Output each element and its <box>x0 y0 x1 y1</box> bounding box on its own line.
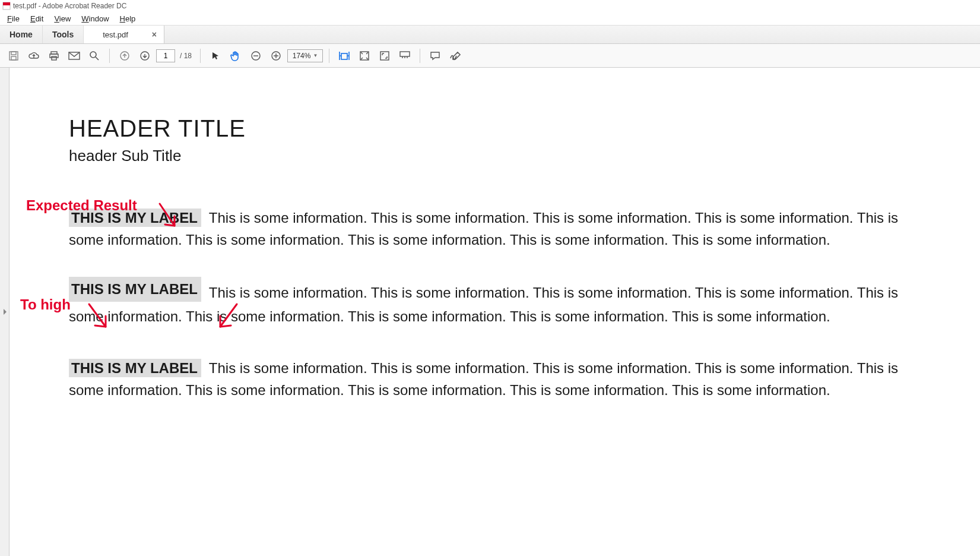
selection-arrow-icon[interactable] <box>207 47 224 65</box>
page-down-icon[interactable] <box>136 47 154 65</box>
menu-edit[interactable]: Edit <box>26 13 48 24</box>
pdf-page: Expected Result To high HEADER TITLE hea… <box>9 68 980 556</box>
svg-rect-7 <box>52 56 56 60</box>
svg-rect-4 <box>11 56 16 60</box>
fit-width-icon[interactable] <box>335 47 353 65</box>
svg-rect-3 <box>11 52 16 55</box>
tab-document[interactable]: test.pdf × <box>84 26 164 43</box>
arrow-icon <box>157 201 180 230</box>
doc-paragraph: THIS IS MY LABEL This is some informatio… <box>69 280 921 327</box>
document-body: HEADER TITLE header Sub Title THIS IS MY… <box>9 115 980 401</box>
doc-paragraph: THIS IS MY LABEL This is some informatio… <box>69 207 921 251</box>
svg-rect-14 <box>341 53 347 59</box>
svg-rect-16 <box>380 52 389 60</box>
svg-rect-1 <box>3 2 10 5</box>
arrow-icon <box>214 301 240 331</box>
menu-help[interactable]: Help <box>115 13 141 24</box>
page-up-icon[interactable] <box>116 47 134 65</box>
sign-icon[interactable] <box>446 47 464 65</box>
tab-home[interactable]: Home <box>0 26 43 43</box>
workspace: Expected Result To high HEADER TITLE hea… <box>0 68 980 556</box>
doc-label: THIS IS MY LABEL <box>69 277 201 301</box>
zoom-out-icon[interactable] <box>247 47 265 65</box>
read-mode-icon[interactable] <box>396 47 414 65</box>
search-icon[interactable] <box>85 47 103 65</box>
tab-close-icon[interactable]: × <box>152 30 157 39</box>
doc-paragraph: THIS IS MY LABEL This is some informatio… <box>69 357 921 401</box>
doc-label: THIS IS MY LABEL <box>69 359 201 377</box>
toolbar-separator <box>329 49 329 63</box>
svg-rect-17 <box>400 52 410 56</box>
fit-page-icon[interactable] <box>356 47 373 65</box>
save-icon[interactable] <box>5 47 23 65</box>
annotation-expected: Expected Result <box>26 197 137 214</box>
svg-rect-6 <box>50 54 58 58</box>
zoom-in-icon[interactable] <box>267 47 285 65</box>
zoom-level-label: 174% <box>293 52 311 60</box>
svg-point-9 <box>90 52 96 58</box>
tab-strip: Home Tools test.pdf × <box>0 25 980 44</box>
menu-bar: File Edit View Window Help <box>0 12 980 25</box>
tab-document-label: test.pdf <box>103 30 128 39</box>
window-title: test.pdf - Adobe Acrobat Reader DC <box>13 2 126 10</box>
window-titlebar: test.pdf - Adobe Acrobat Reader DC <box>0 0 980 12</box>
annotation-too-high: To high <box>20 296 71 313</box>
page-viewport[interactable]: Expected Result To high HEADER TITLE hea… <box>9 68 980 556</box>
zoom-level-select[interactable]: 174% ▼ <box>287 49 323 62</box>
menu-window[interactable]: Window <box>77 13 113 24</box>
cloud-icon[interactable] <box>25 47 43 65</box>
svg-rect-2 <box>9 52 18 60</box>
menu-view[interactable]: View <box>49 13 75 24</box>
page-number-input[interactable] <box>156 49 175 62</box>
doc-header-title: HEADER TITLE <box>69 115 921 142</box>
doc-header-subtitle: header Sub Title <box>69 147 921 165</box>
tab-tools[interactable]: Tools <box>43 26 84 43</box>
toolbar: / 18 174% ▼ <box>0 44 980 68</box>
toolbar-separator <box>200 49 201 63</box>
hand-tool-icon[interactable] <box>227 47 245 65</box>
toolbar-separator <box>420 49 420 63</box>
comment-icon[interactable] <box>426 47 444 65</box>
page-total-label: / 18 <box>177 52 194 60</box>
print-icon[interactable] <box>45 47 63 65</box>
arrow-icon <box>85 301 112 331</box>
pdf-app-icon <box>2 2 11 10</box>
toolbar-separator <box>109 49 110 63</box>
menu-file[interactable]: File <box>2 13 24 24</box>
sidebar-expand-handle[interactable] <box>0 68 9 556</box>
email-icon[interactable] <box>65 47 83 65</box>
chevron-down-icon: ▼ <box>313 53 318 58</box>
fullscreen-icon[interactable] <box>376 47 394 65</box>
